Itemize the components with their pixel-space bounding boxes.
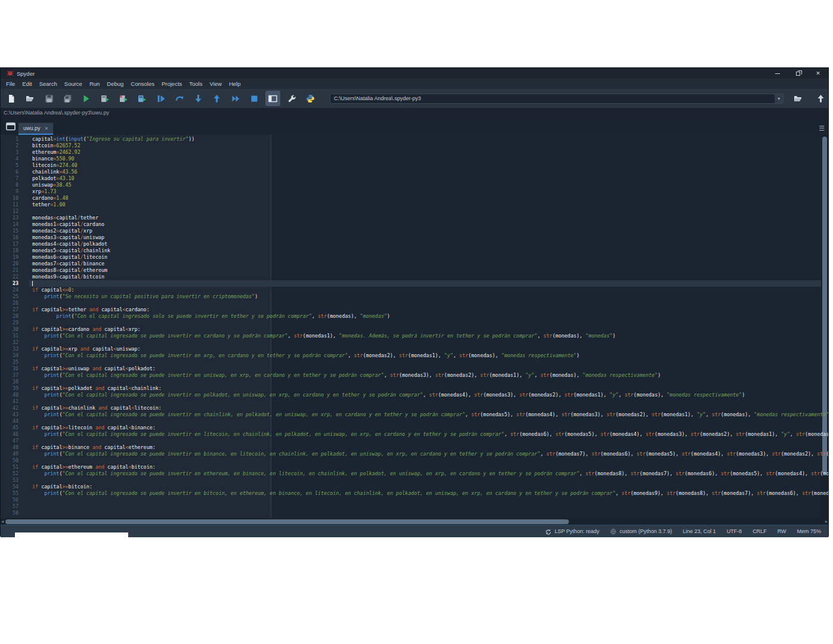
code-text[interactable]	[32, 359, 828, 366]
code-text[interactable]: print("Con el capital ingresado se puede…	[32, 431, 828, 438]
code-line[interactable]: 17monedas4=capital/polkadot	[1, 241, 828, 247]
menu-item-source[interactable]: Source	[61, 79, 86, 89]
code-line[interactable]: 46 print("Con el capital ingresado se pu…	[1, 431, 828, 438]
menu-item-tools[interactable]: Tools	[185, 79, 206, 89]
code-line[interactable]: 18monedas5=capital/chainlink	[1, 247, 828, 254]
code-line[interactable]: 5litecoin=274.40	[1, 162, 828, 169]
restore-button[interactable]	[788, 68, 808, 79]
code-text[interactable]: monedas5=capital/chainlink	[32, 247, 828, 254]
code-line[interactable]: 9xrp=1.73	[1, 188, 828, 195]
line-number[interactable]: 16	[1, 234, 18, 241]
line-number[interactable]: 19	[1, 254, 18, 261]
code-text[interactable]	[32, 300, 828, 306]
code-text[interactable]: binance=550.90	[32, 156, 828, 162]
code-text[interactable]: if capital>=cardano and capital<xrp:	[32, 326, 828, 333]
line-number[interactable]: 42	[1, 405, 18, 411]
line-number[interactable]: 12	[1, 208, 18, 215]
code-line[interactable]: 7polkadot=43.10	[1, 175, 828, 182]
code-line[interactable]: 26	[1, 300, 828, 306]
line-number[interactable]: 25	[1, 293, 18, 300]
code-text[interactable]	[32, 379, 828, 385]
code-text[interactable]: cardano=1.48	[32, 195, 828, 202]
line-number[interactable]: 35	[1, 359, 18, 366]
line-number[interactable]: 34	[1, 352, 18, 359]
line-number[interactable]: 24	[1, 287, 18, 293]
line-number[interactable]: 4	[1, 156, 18, 162]
code-text[interactable]: capital=int(input("Ingrese su capital pa…	[32, 136, 828, 143]
code-text[interactable]: print("Con el capital ingresado se puede…	[32, 451, 828, 457]
code-text[interactable]	[32, 497, 828, 503]
line-number[interactable]: 11	[1, 202, 18, 208]
code-line[interactable]: 8uniswap=38.45	[1, 182, 828, 188]
code-line[interactable]: 30if capital>=cardano and capital<xrp:	[1, 326, 828, 333]
code-text[interactable]	[32, 438, 828, 444]
menu-item-run[interactable]: Run	[86, 79, 103, 89]
code-line[interactable]: 58	[1, 510, 828, 516]
line-number[interactable]: 8	[1, 182, 18, 188]
line-number[interactable]: 1	[1, 136, 18, 143]
run-cell-advance-button[interactable]	[116, 91, 131, 106]
line-number[interactable]: 23	[1, 280, 18, 287]
line-number[interactable]: 37	[1, 372, 18, 379]
code-line[interactable]: 21monedas8=capital/ethereum	[1, 267, 828, 274]
rerun-cell-button[interactable]	[135, 91, 150, 106]
code-text[interactable]: monedas8=capital/ethereum	[32, 267, 828, 274]
code-text[interactable]: if capital>=ethereum and capital<bitcoin…	[32, 464, 828, 470]
maximize-pane-button[interactable]	[265, 91, 280, 106]
code-line[interactable]: 50	[1, 457, 828, 464]
code-line[interactable]: 22monedas9=capital/bitcoin	[1, 274, 828, 280]
code-line[interactable]: 10cardano=1.48	[1, 195, 828, 202]
code-line[interactable]: 35	[1, 359, 828, 366]
code-text[interactable]	[32, 477, 828, 484]
line-number[interactable]: 5	[1, 162, 18, 169]
menu-item-help[interactable]: Help	[225, 79, 244, 89]
code-line[interactable]: 38	[1, 379, 828, 385]
line-number[interactable]: 41	[1, 398, 18, 405]
horizontal-scrollbar[interactable]: ◂ ▸	[1, 518, 828, 525]
code-text[interactable]: monedas3=capital/uniswap	[32, 234, 828, 241]
code-line[interactable]: 4binance=550.90	[1, 156, 828, 162]
code-text[interactable]: polkadot=43.10	[32, 175, 828, 182]
line-number[interactable]: 29	[1, 320, 18, 326]
line-number[interactable]: 39	[1, 385, 18, 392]
line-number[interactable]: 22	[1, 274, 18, 280]
code-line[interactable]: 3ethereum=2462.92	[1, 149, 828, 156]
line-number[interactable]: 43	[1, 411, 18, 418]
save-all-button[interactable]	[60, 91, 75, 106]
debug-file-button[interactable]	[153, 91, 168, 106]
code-text[interactable]: if capital>=litecoin and capital<binance…	[32, 425, 828, 431]
parent-dir-button[interactable]	[813, 91, 828, 106]
code-text[interactable]: if capital>=binance and capital<ethereum…	[32, 444, 828, 451]
code-text[interactable]: monedas1=capital/cardano	[32, 221, 828, 228]
open-file-button[interactable]	[23, 91, 38, 106]
line-number[interactable]: 51	[1, 464, 18, 470]
code-line[interactable]: 53	[1, 477, 828, 484]
code-text[interactable]: ethereum=2462.92	[32, 149, 828, 156]
code-line[interactable]: 25 print("Se necesita un capital positiv…	[1, 293, 828, 300]
line-number[interactable]: 49	[1, 451, 18, 457]
code-line[interactable]: 36if capital>=uniswap and capital<polkad…	[1, 366, 828, 372]
code-text[interactable]	[32, 398, 828, 405]
code-line[interactable]: 32	[1, 339, 828, 346]
menu-item-file[interactable]: File	[2, 79, 18, 89]
line-number[interactable]: 10	[1, 195, 18, 202]
line-number[interactable]: 21	[1, 267, 18, 274]
line-number[interactable]: 55	[1, 490, 18, 497]
code-line[interactable]: 39if capital>=polkadot and capital<chain…	[1, 385, 828, 392]
line-number[interactable]: 2	[1, 143, 18, 149]
code-text[interactable]: monedas6=capital/litecoin	[32, 254, 828, 261]
code-line[interactable]: 56	[1, 497, 828, 503]
code-line[interactable]: 2bitcoin=62657.52	[1, 143, 828, 149]
line-number[interactable]: 18	[1, 247, 18, 254]
code-text[interactable]: monedas2=capital/xrp	[32, 228, 828, 234]
code-line[interactable]: 44	[1, 418, 828, 425]
code-line[interactable]: 34 print("Con el capital ingresado se pu…	[1, 352, 828, 359]
tab-close-icon[interactable]: ✕	[45, 126, 49, 131]
line-number[interactable]: 46	[1, 431, 18, 438]
code-text[interactable]: monedas7=capital/binance	[32, 261, 828, 267]
code-line[interactable]: 31 print("Con el capital ingresado se pu…	[1, 333, 828, 339]
code-text[interactable]: print("Con el capital ingresado se puede…	[32, 372, 828, 379]
line-number[interactable]: 53	[1, 477, 18, 484]
line-number[interactable]: 44	[1, 418, 18, 425]
line-number[interactable]: 30	[1, 326, 18, 333]
